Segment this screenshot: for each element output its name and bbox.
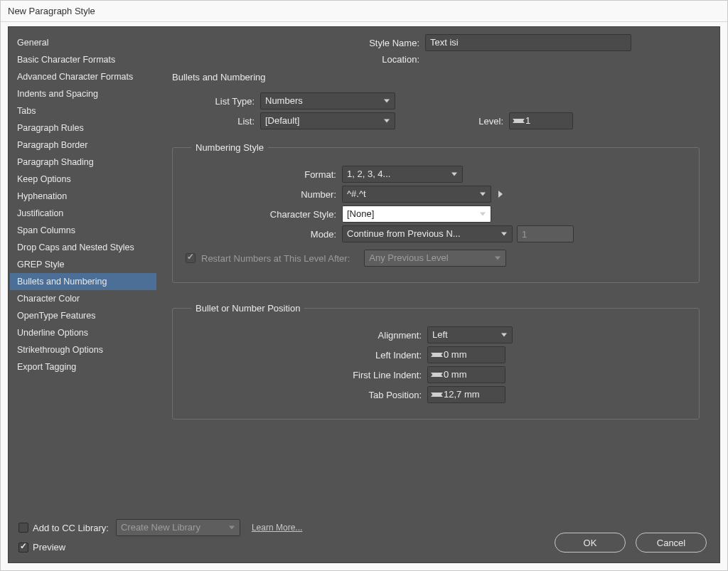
sidebar-item-label: Span Columns [17,225,75,235]
mode-select[interactable]: Continue from Previous N... [342,225,513,242]
sidebar-item-underline[interactable]: Underline Options [10,324,156,341]
sidebar-item-basic-character-formats[interactable]: Basic Character Formats [10,51,156,68]
numbering-style-group: Numbering Style Format: 1, 2, 3, 4... Nu… [172,142,700,283]
sidebar-item-label: Paragraph Rules [17,123,84,133]
left-indent-value: 0 mm [444,349,467,360]
style-name-value: Text isi [430,37,459,48]
list-type-select[interactable]: Numbers [260,92,395,110]
level-stepper[interactable]: 1 [509,112,573,129]
sidebar-item-indents-spacing[interactable]: Indents and Spacing [10,85,156,102]
list-type-value: Numbers [265,95,303,106]
sidebar-item-label: Keep Options [17,174,71,184]
preview-checkbox[interactable] [18,543,28,553]
sidebar-item-paragraph-shading[interactable]: Paragraph Shading [10,154,156,171]
list-type-label: List Type: [182,96,260,107]
sidebar-item-label: Justification [17,208,63,218]
number-label: Number: [186,189,342,200]
mode-value: Continue from Previous N... [347,228,461,239]
sidebar-item-label: Paragraph Border [17,140,87,150]
char-style-value: [None] [347,208,374,219]
number-input[interactable]: ^#.^t [342,186,491,203]
sidebar-item-drop-caps[interactable]: Drop Caps and Nested Styles [10,239,156,256]
sidebar-item-label: Export Tagging [17,362,76,372]
left-indent-stepper[interactable]: 0 mm [427,346,505,363]
restart-checkbox [186,253,196,263]
sidebar-item-paragraph-border[interactable]: Paragraph Border [10,137,156,154]
first-line-indent-value: 0 mm [444,369,467,380]
window-titlebar: New Paragraph Style [1,1,727,22]
format-value: 1, 2, 3, 4... [347,169,390,179]
number-flyout-icon[interactable] [498,191,503,198]
sidebar-item-paragraph-rules[interactable]: Paragraph Rules [10,119,156,137]
sidebar-item-label: GREP Style [17,260,64,270]
footer-right: OK Cancel [545,533,707,553]
sidebar-item-label: Advanced Character Formats [17,72,133,82]
restart-select: Any Previous Level [364,250,506,267]
main-panel: Style Name: Text isi Location: Bullets a… [158,27,719,512]
tab-position-label: Tab Position: [186,390,427,400]
learn-more-link[interactable]: Learn More... [252,523,302,533]
alignment-select[interactable]: Left [427,326,513,343]
sidebar-item-label: Strikethrough Options [17,345,103,355]
sidebar-item-label: Drop Caps and Nested Styles [17,242,134,252]
ok-button[interactable]: OK [555,533,626,553]
sidebar-item-label: Underline Options [17,328,88,338]
restart-label: Restart Numbers at This Level After: [196,253,355,264]
sidebar-item-keep-options[interactable]: Keep Options [10,171,156,188]
sidebar-item-label: Basic Character Formats [17,55,115,65]
window-title: New Paragraph Style [8,6,95,16]
list-value: [Default] [265,115,299,126]
list-select[interactable]: [Default] [260,112,395,129]
style-name-input[interactable]: Text isi [425,34,631,51]
tab-position-value: 12,7 mm [444,389,480,400]
dialog-window: New Paragraph Style General Basic Charac… [0,0,728,571]
sidebar: General Basic Character Formats Advanced… [9,27,158,512]
ok-label: OK [584,538,597,548]
sidebar-item-export-tagging[interactable]: Export Tagging [10,358,156,375]
sidebar-item-grep-style[interactable]: GREP Style [10,256,156,273]
cc-library-value: Create New Library [121,522,200,533]
sidebar-item-label: OpenType Features [17,311,95,321]
cancel-label: Cancel [657,538,685,548]
restart-value: Any Previous Level [369,252,448,263]
dialog-body: General Basic Character Formats Advanced… [8,26,720,563]
footer-left: Add to CC Library: Create New Library Le… [18,519,302,553]
char-style-select[interactable]: [None] [342,206,491,223]
sidebar-item-label: Paragraph Shading [17,157,94,167]
sidebar-item-opentype[interactable]: OpenType Features [10,307,156,324]
add-cc-library-label: Add to CC Library: [33,523,109,533]
sidebar-item-strikethrough[interactable]: Strikethrough Options [10,341,156,358]
preview-label: Preview [33,542,65,553]
tab-position-stepper[interactable]: 12,7 mm [427,386,505,403]
section-heading: Bullets and Numbering [172,72,700,82]
sidebar-item-hyphenation[interactable]: Hyphenation [10,188,156,205]
sidebar-item-justification[interactable]: Justification [10,205,156,222]
dialog-footer: Add to CC Library: Create New Library Le… [9,512,719,562]
sidebar-item-bullets-numbering[interactable]: Bullets and Numbering [10,273,156,290]
cancel-button[interactable]: Cancel [636,533,707,553]
sidebar-item-tabs[interactable]: Tabs [10,102,156,119]
sidebar-item-character-color[interactable]: Character Color [10,290,156,307]
sidebar-item-span-columns[interactable]: Span Columns [10,222,156,239]
numbering-style-legend: Numbering Style [191,142,268,153]
level-value: 1 [525,115,530,126]
sidebar-item-label: Character Color [17,294,80,304]
mode-start-at-input: 1 [517,225,574,242]
cc-library-select: Create New Library [116,519,240,536]
sidebar-item-advanced-character-formats[interactable]: Advanced Character Formats [10,68,156,85]
format-select[interactable]: 1, 2, 3, 4... [342,166,463,183]
level-label: Level: [395,116,509,127]
mode-label: Mode: [186,229,342,240]
sidebar-item-general[interactable]: General [10,34,156,51]
sidebar-item-label: Bullets and Numbering [17,277,107,287]
sidebar-item-label: General [17,38,48,48]
first-line-indent-stepper[interactable]: 0 mm [427,366,505,383]
left-indent-label: Left Indent: [186,350,427,361]
position-legend: Bullet or Number Position [191,303,304,314]
add-cc-library-checkbox[interactable] [18,523,28,533]
sidebar-item-label: Hyphenation [17,191,67,201]
style-name-label: Style Name: [240,38,425,48]
alignment-value: Left [432,329,448,340]
format-label: Format: [186,169,342,180]
location-label: Location: [240,54,425,65]
